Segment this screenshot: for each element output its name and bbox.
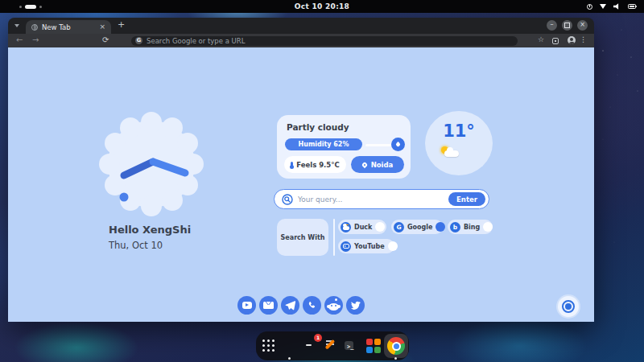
engine-label: YouTube bbox=[354, 243, 385, 250]
dock-item-terminal[interactable]: >_ bbox=[343, 336, 362, 356]
system-status-area[interactable] bbox=[587, 0, 636, 13]
chrome-running-indicator bbox=[394, 357, 397, 360]
battery-icon[interactable] bbox=[628, 4, 636, 9]
search-with-card: Search With bbox=[277, 219, 328, 256]
workspace-indicator[interactable] bbox=[19, 5, 42, 9]
new-tab-page: Hello XengShi Thu, Oct 10 Partly cloudy … bbox=[8, 47, 594, 322]
widgets-visibility-toggle[interactable] bbox=[558, 296, 579, 317]
search-enter-button[interactable]: Enter bbox=[448, 192, 485, 206]
dock-item-chrome-active[interactable] bbox=[384, 334, 408, 358]
youtube-icon bbox=[341, 241, 351, 252]
location-button[interactable]: Noida bbox=[351, 156, 404, 173]
engine-radio[interactable] bbox=[483, 222, 493, 232]
bookmark-star-icon[interactable]: ☆ bbox=[538, 35, 544, 43]
app-grid-icon bbox=[262, 339, 275, 352]
dock-item-package-manager[interactable]: 1 bbox=[301, 336, 320, 356]
tab-close-icon[interactable]: × bbox=[99, 23, 105, 31]
bing-icon: b bbox=[450, 222, 460, 232]
analog-clock-widget bbox=[95, 108, 208, 220]
temperature-value: 11° bbox=[425, 121, 493, 141]
duckduckgo-icon bbox=[341, 222, 351, 232]
wifi-icon[interactable] bbox=[600, 4, 606, 9]
app-store-icon bbox=[366, 339, 381, 353]
workspace-dot[interactable] bbox=[39, 6, 42, 8]
engine-radio[interactable] bbox=[436, 222, 445, 232]
toggle-dot bbox=[565, 303, 572, 310]
engine-toggle-google[interactable]: G Google bbox=[391, 220, 443, 234]
engine-toggle-youtube[interactable]: YouTube bbox=[338, 239, 394, 253]
privacy-indicator-icon[interactable] bbox=[587, 4, 592, 10]
humidity-slider-track bbox=[365, 144, 391, 146]
search-icon bbox=[282, 194, 293, 205]
humidity-droplet-icon bbox=[391, 138, 405, 151]
tab-search-chevron-icon[interactable] bbox=[14, 24, 19, 27]
window-close-button[interactable]: × bbox=[577, 20, 588, 31]
window-minimize-button[interactable]: – bbox=[547, 20, 557, 31]
back-button[interactable]: ← bbox=[16, 35, 23, 44]
engine-label: Bing bbox=[464, 224, 480, 231]
mail-social-icon[interactable] bbox=[259, 296, 278, 315]
dock-item-firefox[interactable] bbox=[280, 336, 299, 356]
new-tab-button[interactable]: + bbox=[118, 19, 125, 30]
dock-item-text-editor[interactable] bbox=[322, 336, 341, 356]
reddit-social-icon[interactable] bbox=[324, 296, 343, 315]
google-search-icon: G bbox=[135, 37, 142, 44]
dock-item-app-store[interactable] bbox=[364, 336, 383, 356]
engine-radio[interactable] bbox=[375, 222, 385, 232]
feels-like-text: Feels 9.5°C bbox=[296, 161, 339, 169]
search-with-divider bbox=[333, 219, 335, 256]
browser-toolbar: ← → ⟳ G Search Google or type a URL ☆ ⋮ bbox=[8, 34, 594, 47]
tab-favicon-globe-icon bbox=[31, 24, 38, 31]
toggle-ring bbox=[562, 300, 575, 313]
whatsapp-social-icon[interactable] bbox=[303, 296, 321, 315]
google-icon: G bbox=[394, 222, 404, 232]
location-text: Noida bbox=[371, 161, 394, 169]
chrome-icon bbox=[387, 337, 405, 355]
temperature-widget: 11° bbox=[425, 111, 493, 175]
forward-button[interactable]: → bbox=[32, 35, 39, 44]
engine-radio[interactable] bbox=[388, 241, 398, 251]
extensions-icon[interactable] bbox=[552, 38, 559, 44]
search-bar[interactable]: Enter bbox=[274, 189, 489, 209]
engine-label: Google bbox=[407, 224, 432, 231]
feels-like-pill: Feels 9.5°C bbox=[284, 156, 346, 173]
show-apps-button[interactable] bbox=[259, 336, 279, 356]
location-pin-icon bbox=[361, 161, 367, 167]
humidity-pill: Humidity 62% bbox=[285, 138, 362, 150]
engine-toggle-duck[interactable]: Duck bbox=[338, 220, 386, 234]
terminal-icon: >_ bbox=[345, 341, 353, 350]
search-with-label: Search With bbox=[281, 234, 325, 241]
tab-new-tab[interactable]: New Tab × bbox=[26, 20, 111, 34]
system-clock[interactable]: Oct 10 20:18 bbox=[295, 2, 349, 10]
tab-strip: New Tab × + – × bbox=[8, 18, 594, 34]
workspace-dot[interactable] bbox=[19, 6, 22, 8]
youtube-social-icon[interactable] bbox=[237, 296, 256, 315]
twitter-social-icon[interactable] bbox=[346, 296, 365, 315]
address-bar-placeholder: Search Google or type a URL bbox=[147, 37, 245, 45]
greeting-text: Hello XengShi bbox=[109, 224, 191, 236]
clock-seconds-dot bbox=[120, 193, 129, 202]
weather-condition: Partly cloudy bbox=[287, 122, 349, 132]
search-input[interactable] bbox=[298, 195, 444, 204]
workspace-active-pill[interactable] bbox=[25, 5, 36, 9]
reload-button[interactable]: ⟳ bbox=[102, 35, 109, 44]
thermometer-icon bbox=[291, 162, 293, 168]
date-text: Thu, Oct 10 bbox=[109, 240, 163, 251]
dock: 1 >_ bbox=[256, 331, 409, 360]
partly-cloudy-icon bbox=[440, 146, 461, 158]
firefox-running-indicator bbox=[288, 357, 291, 360]
notification-badge: 1 bbox=[314, 334, 322, 342]
tab-title: New Tab bbox=[42, 23, 95, 31]
system-top-bar: Oct 10 20:18 bbox=[0, 0, 644, 13]
volume-icon[interactable] bbox=[613, 3, 621, 10]
weather-card: Partly cloudy Humidity 62% Feels 9.5°C N… bbox=[277, 115, 411, 179]
window-maximize-button[interactable] bbox=[562, 20, 572, 31]
browser-window: New Tab × + – × ← → ⟳ G Search Google or… bbox=[8, 18, 594, 322]
engine-label: Duck bbox=[354, 224, 372, 231]
profile-avatar-icon[interactable] bbox=[568, 36, 576, 44]
address-bar[interactable]: G Search Google or type a URL bbox=[131, 36, 518, 47]
browser-menu-icon[interactable]: ⋮ bbox=[580, 35, 587, 43]
telegram-social-icon[interactable] bbox=[281, 296, 299, 315]
engine-toggle-bing[interactable]: b Bing bbox=[448, 220, 493, 234]
